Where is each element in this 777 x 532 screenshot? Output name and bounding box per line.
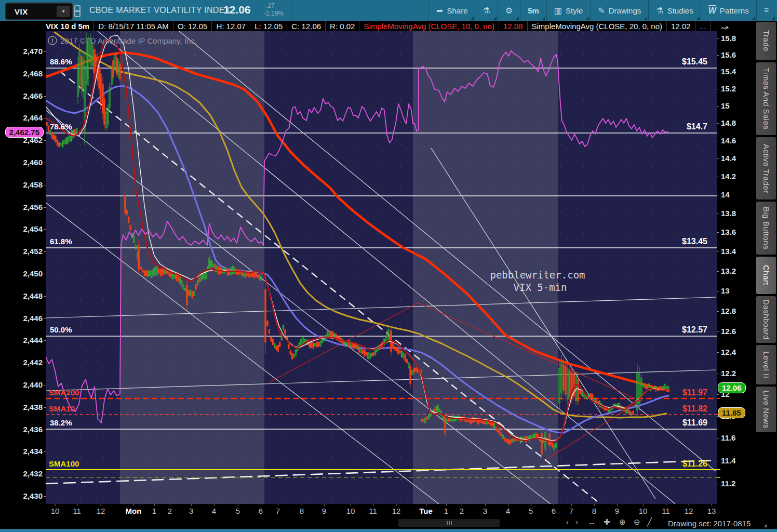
time-axis-label: 6 [552, 507, 556, 515]
right-axis-label: 14.8 [721, 118, 736, 127]
ohlc-field: L: 12.05 [250, 21, 287, 32]
share-button[interactable]: ➦Share [428, 0, 475, 21]
zoom-in-icon[interactable]: ⊕ [619, 517, 626, 527]
price-level-label: $14.7 [687, 122, 707, 131]
button-label: Studies [667, 6, 693, 15]
symbol-timeframe: VIX 10 d 5m [42, 21, 94, 32]
drawing-set-label[interactable]: Drawing set: 2017-0815 [668, 519, 751, 528]
chart-bottom-bar: ‹›↔✚⊕⊖╱ Drawing set: 2017-0815 [0, 517, 777, 529]
time-axis-label: 13 [707, 507, 716, 515]
left-axis-label: 2,454 [23, 224, 43, 233]
draw-icon[interactable]: ╱ [647, 517, 652, 527]
pattern-w-icon: W [708, 5, 716, 16]
right-axis-label: 13.2 [721, 267, 736, 275]
fib-level-label: 88.6% [50, 57, 72, 66]
price-level-label: $11.69 [682, 418, 707, 427]
time-axis-label: 3 [483, 507, 487, 515]
time-axis-label: 10 [639, 507, 648, 515]
tab-times-and-sales[interactable]: Times And Sales [756, 62, 776, 135]
style-button[interactable]: ▥Style [546, 0, 590, 21]
instrument-title: CBOE MARKET VOLATILITY INDEX [89, 6, 231, 15]
study-level-tick [717, 469, 720, 470]
tab-level-ii[interactable]: Level II [756, 345, 776, 384]
tab-live-news[interactable]: Live News [756, 387, 776, 432]
scrollbar-grip-icon[interactable] [447, 521, 452, 525]
tab-big-buttons[interactable]: Big Buttons [756, 202, 776, 255]
right-axis-label: 13 [721, 286, 730, 295]
copyright-text: 2017 ©TD Ameritrade IP Company, Inc. [60, 36, 197, 45]
button-label: Drawings [609, 6, 641, 15]
time-axis-label: 7 [276, 507, 280, 515]
right-axis-label: 11.6 [721, 433, 735, 442]
tab-dashboard[interactable]: Dashboard [756, 296, 776, 343]
drawing-set-corner-icon [763, 524, 767, 527]
dropdown-corner-icon [471, 17, 474, 20]
gear-icon: ⚙ [505, 6, 513, 16]
time-scrollbar[interactable] [398, 519, 500, 527]
tab-trade[interactable]: Trade [756, 22, 776, 60]
sma20-label[interactable]: SimpleMovingAvg (CLOSE, 20, 0, no) [528, 21, 667, 32]
dropdown-corner-icon [516, 17, 519, 20]
left-axis-label: 2,432 [23, 469, 43, 478]
dropdown-corner-icon [542, 17, 545, 20]
chart-plot-area[interactable]: !2017 ©TD Ameritrade IP Company, Inc.88.… [46, 31, 717, 504]
time-axis-label: 10 [346, 507, 355, 515]
time-axis[interactable]: 101112Mon123456789101112Tue1234567891011… [0, 504, 777, 517]
symbol-dropdown-button[interactable]: ▼ [57, 6, 70, 17]
study-level-tick [717, 477, 720, 478]
sma-price-label: $11.82 [682, 404, 707, 413]
studies-button[interactable]: ⚗Studies [648, 0, 700, 21]
fit-studies-icon[interactable]: ↝ [720, 22, 729, 34]
right-price-axis[interactable]: ↝ 15.815.615.415.21514.814.614.414.21413… [717, 21, 754, 504]
left-axis-label: 2,452 [23, 247, 43, 256]
right-axis-label: 15.4 [721, 67, 736, 76]
right-axis-label: 12.8 [721, 307, 736, 315]
scroll-left-icon[interactable]: ‹ [566, 517, 569, 526]
sma-level-label: SMA10 [49, 404, 75, 413]
tab-chart[interactable]: Chart [756, 257, 776, 294]
pan-icon[interactable]: ✚ [604, 517, 610, 527]
sidebar-tab-strip: TradeTimes And SalesActive TraderBig But… [754, 22, 777, 510]
left-axis-label: 2,438 [23, 403, 43, 411]
list-icon: ≡ [764, 6, 769, 15]
timeframe-button[interactable]: 5m [520, 0, 546, 21]
divider [85, 0, 85, 21]
time-axis-label: 8 [592, 507, 596, 515]
patterns-button[interactable]: WPatterns [701, 0, 756, 21]
sma-price-label: $11.26 [682, 459, 707, 468]
right-axis-label: 11.2 [721, 479, 735, 488]
last-price: 12.06 [223, 4, 251, 16]
more-studies-ellipsis[interactable]: ... [695, 21, 711, 32]
sma-level-label: SMA100 [49, 459, 79, 468]
ohlc-field: R: 0.02 [326, 21, 359, 32]
dropdown-corner-icon [772, 17, 775, 20]
time-axis-label: 9 [322, 507, 326, 515]
settings-button[interactable]: ⚙ [498, 0, 520, 21]
left-axis-label: 2,456 [23, 203, 43, 211]
sma-price-label: $11.97 [682, 388, 707, 397]
flask-icon: ⚗ [656, 6, 663, 16]
time-axis-label: 8 [300, 507, 304, 515]
chart-canvas[interactable]: !2017 ©TD Ameritrade IP Company, Inc.88.… [46, 31, 717, 504]
time-axis-label: Tue [419, 507, 433, 515]
right-axis-label: 11.4 [721, 456, 735, 465]
symbol-input[interactable]: VIX [6, 7, 57, 16]
tab-active-trader[interactable]: Active Trader [756, 137, 776, 200]
flask-button[interactable]: ⚗ [475, 0, 497, 21]
zoom-out-icon[interactable]: ⊖ [634, 517, 640, 527]
left-axis-label: 2,434 [23, 447, 43, 456]
left-price-axis[interactable]: 2,4702,4682,4662,4642,4622,4602,4582,456… [0, 32, 46, 504]
time-axis-label: 1 [152, 507, 156, 515]
left-axis-label: 2,446 [23, 314, 43, 323]
price-level-label: $12.57 [682, 325, 707, 334]
sma10-label[interactable]: SimpleMovingAvg (CLOSE, 10, 0, no) [359, 21, 499, 32]
expand-icon[interactable]: ↔ [588, 517, 596, 526]
left-axis-label: 2,450 [23, 269, 43, 278]
symbol-input-box[interactable]: VIX ▼ [5, 3, 73, 20]
link-icon[interactable] [74, 5, 79, 16]
drawings-button[interactable]: ✎Drawings [590, 0, 648, 21]
button-label: Style [566, 6, 583, 15]
scroll-right-icon[interactable]: › [575, 517, 578, 526]
menu-button[interactable]: ≡ [756, 0, 776, 21]
left-axis-label: 2,466 [23, 91, 43, 100]
